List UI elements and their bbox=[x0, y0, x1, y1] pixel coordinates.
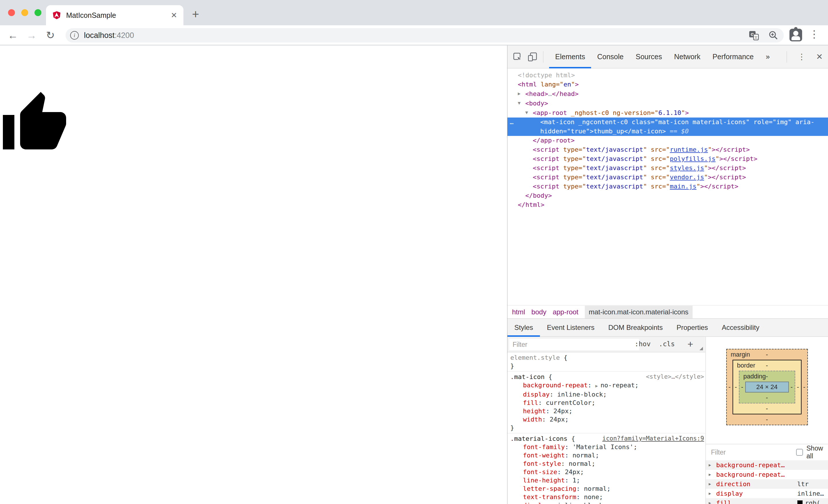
expand-value-icon[interactable]: ▶ bbox=[595, 383, 601, 388]
dom-line[interactable]: <script type="text/javascript" src="runt… bbox=[507, 145, 828, 154]
css-declaration[interactable]: text-transform: none; bbox=[510, 493, 705, 501]
css-declaration[interactable]: width: 24px; bbox=[510, 415, 705, 423]
css-declaration[interactable]: fill: currentColor; bbox=[510, 399, 705, 407]
devtools-tab[interactable]: Sources bbox=[630, 45, 668, 68]
reload-icon[interactable]: ↻ bbox=[43, 29, 57, 41]
devtools-menu-icon[interactable]: ⋮ bbox=[793, 52, 811, 61]
new-tab-button[interactable]: + bbox=[192, 7, 199, 21]
computed-filter-bar: Show all bbox=[706, 444, 828, 460]
browser-menu-icon[interactable]: ⋮ bbox=[809, 28, 819, 40]
border-top-value: - bbox=[766, 362, 768, 369]
stylesheet-source-link[interactable]: icon?family=Material+Icons:9 bbox=[602, 434, 704, 443]
url-text[interactable]: localhost:4200 bbox=[84, 31, 134, 40]
dom-line[interactable]: <script type="text/javascript" src="vend… bbox=[507, 173, 828, 182]
dom-line[interactable]: <script type="text/javascript" src="poly… bbox=[507, 154, 828, 164]
dom-line[interactable]: <script type="text/javascript" src="styl… bbox=[507, 164, 828, 173]
show-all-checkbox[interactable] bbox=[796, 449, 803, 456]
browser-window: MatIconSample ✕ + ← → ↻ i localhost:4200… bbox=[0, 0, 828, 504]
sidebar-tab[interactable]: DOM Breakpoints bbox=[602, 319, 670, 336]
toggle-hover-state-button[interactable]: :hov bbox=[635, 340, 651, 348]
dom-line[interactable]: </html> bbox=[507, 200, 828, 210]
dom-line[interactable]: <!doctype html> bbox=[507, 71, 828, 80]
css-selector[interactable]: .material-icons bbox=[510, 435, 568, 442]
forward-icon[interactable]: → bbox=[25, 29, 39, 41]
new-style-rule-button[interactable]: + bbox=[688, 338, 693, 350]
css-declaration[interactable]: font-style: normal; bbox=[510, 459, 705, 468]
zoom-window-button[interactable] bbox=[35, 9, 41, 16]
devtools-close-icon[interactable]: ✕ bbox=[811, 52, 828, 61]
expand-property-icon[interactable]: ▶ bbox=[709, 498, 716, 504]
toggle-class-button[interactable]: .cls bbox=[659, 340, 675, 348]
dom-line[interactable]: <html lang="en"> bbox=[507, 80, 828, 89]
css-declaration[interactable]: font-family: 'Material Icons'; bbox=[510, 443, 705, 451]
styles-filter-input[interactable] bbox=[509, 339, 639, 350]
css-declaration[interactable]: display: inline-block; bbox=[510, 501, 705, 504]
expand-property-icon[interactable]: ▶ bbox=[709, 460, 716, 470]
styles-rules: element.style {}.mat-icon {<style>…</sty… bbox=[507, 352, 705, 504]
zoom-in-icon[interactable] bbox=[768, 30, 779, 41]
devtools-tab[interactable]: Console bbox=[591, 45, 630, 68]
minimize-window-button[interactable] bbox=[21, 9, 28, 16]
tab-close-icon[interactable]: ✕ bbox=[171, 11, 177, 20]
css-selector[interactable]: .mat-icon bbox=[510, 373, 544, 380]
close-window-button[interactable] bbox=[8, 9, 15, 16]
css-rule: element.style {} bbox=[507, 352, 705, 371]
profile-avatar-icon[interactable] bbox=[789, 29, 802, 41]
devtools-tab[interactable]: Network bbox=[668, 45, 707, 68]
devtools-tab[interactable]: » bbox=[759, 45, 776, 68]
dom-line[interactable]: </body> bbox=[507, 191, 828, 200]
dom-line[interactable]: hidden="true">thumb_up</mat-icon> == $0 bbox=[507, 127, 828, 136]
sidebar-tab[interactable]: Properties bbox=[670, 319, 715, 336]
info-icon[interactable]: i bbox=[70, 31, 79, 40]
devtools-tab[interactable]: Performance bbox=[706, 45, 759, 68]
show-all-label: Show all bbox=[806, 445, 823, 460]
dom-line[interactable]: ▶<head>…</head> bbox=[507, 89, 828, 99]
disclosure-triangle-icon[interactable]: ▼ bbox=[525, 108, 533, 117]
css-declaration[interactable]: background-repeat: ▶ no-repeat; bbox=[510, 381, 705, 390]
dom-line[interactable]: …<mat-icon _ngcontent-c0 class="mat-icon… bbox=[507, 118, 828, 127]
sidebar-tab[interactable]: Accessibility bbox=[715, 319, 767, 336]
css-declaration[interactable]: line-height: 1; bbox=[510, 476, 705, 485]
devtools-tab[interactable]: Elements bbox=[549, 45, 591, 68]
sidebar-tab[interactable]: Styles bbox=[507, 319, 540, 336]
dom-line[interactable]: ▼<body> bbox=[507, 99, 828, 108]
breadcrumb-item[interactable]: body bbox=[531, 308, 546, 316]
css-declaration[interactable]: letter-spacing: normal; bbox=[510, 485, 705, 493]
computed-property-row[interactable]: ▶fillrgb(… bbox=[706, 498, 828, 504]
sidebar-tab[interactable]: Event Listeners bbox=[540, 319, 601, 336]
browser-tab[interactable]: MatIconSample ✕ bbox=[46, 5, 183, 25]
computed-property-row[interactable]: ▶directionltr bbox=[706, 479, 828, 489]
dom-line[interactable]: </app-root> bbox=[507, 136, 828, 145]
devtools-toolbar-right: ⋮ ✕ bbox=[781, 45, 828, 68]
css-declaration[interactable]: font-weight: normal; bbox=[510, 451, 705, 459]
computed-property-row[interactable]: ▶background-repeat… bbox=[706, 460, 828, 470]
margin-box: margin- - border- - padding- - bbox=[726, 349, 808, 425]
translate-icon[interactable]: G 文 bbox=[748, 30, 759, 41]
css-selector[interactable]: element.style bbox=[510, 354, 560, 361]
css-declaration[interactable]: height: 24px; bbox=[510, 407, 705, 415]
expand-property-icon[interactable]: ▶ bbox=[709, 489, 716, 498]
inspect-element-icon[interactable] bbox=[512, 52, 523, 62]
margin-right-value: - bbox=[801, 383, 807, 391]
breadcrumb-item[interactable]: mat-icon.mat-icon.material-icons bbox=[585, 306, 693, 318]
disclosure-triangle-icon[interactable]: ▶ bbox=[518, 89, 525, 98]
computed-filter-input[interactable] bbox=[711, 449, 796, 456]
url-bar[interactable]: i localhost:4200 G 文 bbox=[66, 28, 784, 43]
dom-line[interactable]: ▼<app-root _nghost-c0 ng-version="6.1.10… bbox=[507, 108, 828, 118]
expand-property-icon[interactable]: ▶ bbox=[709, 470, 716, 479]
expand-property-icon[interactable]: ▶ bbox=[709, 479, 716, 489]
breadcrumb-item[interactable]: app-root bbox=[552, 308, 578, 316]
sidebar-tabs: StylesEvent ListenersDOM BreakpointsProp… bbox=[507, 318, 828, 337]
css-declaration[interactable]: display: inline-block; bbox=[510, 390, 705, 399]
computed-property-row[interactable]: ▶background-repeat… bbox=[706, 470, 828, 479]
page-content bbox=[0, 45, 507, 504]
breadcrumb-item[interactable]: html bbox=[512, 308, 525, 316]
url-port: :4200 bbox=[115, 31, 134, 40]
device-toolbar-icon[interactable] bbox=[528, 52, 537, 62]
computed-property-row[interactable]: ▶displayinline… bbox=[706, 489, 828, 498]
disclosure-triangle-icon[interactable]: ▼ bbox=[518, 99, 525, 108]
devtools-tabs: ElementsConsoleSourcesNetworkPerformance… bbox=[549, 45, 776, 68]
dom-line[interactable]: <script type="text/javascript" src="main… bbox=[507, 182, 828, 191]
css-declaration[interactable]: font-size: 24px; bbox=[510, 468, 705, 476]
back-icon[interactable]: ← bbox=[6, 29, 20, 41]
